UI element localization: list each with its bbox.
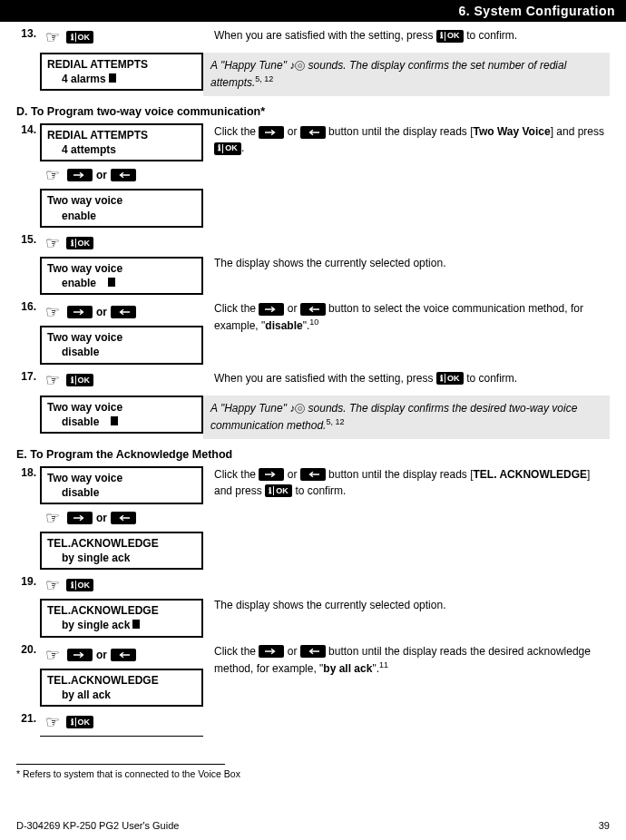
ok-button-icon: ℹOK (436, 30, 464, 43)
cursor-icon (108, 278, 115, 287)
next-button-icon (67, 512, 93, 524)
instruction-text: The display shows the currently selected… (214, 599, 445, 611)
point-right-icon: ☞ (45, 508, 60, 528)
display-line1: TEL.ACKNOWLEDGE (47, 603, 196, 618)
next-button-icon (259, 468, 284, 481)
instruction-text: to confirm. (466, 29, 517, 42)
lcd-display: TEL.ACKNOWLEDGE by single ack (40, 599, 203, 637)
step-number: 14. (16, 123, 40, 136)
lcd-display: Two way voice disable (40, 466, 203, 504)
ok-button-icon: ℹOK (66, 716, 93, 728)
step-number: 15. (16, 233, 40, 246)
back-button-icon (111, 649, 136, 661)
note-box: A "Happy Tune" ♪☺ sounds. The display co… (203, 53, 610, 96)
lcd-display: Two way voice disable (40, 326, 203, 364)
lcd-display: Two way voice enable (40, 257, 203, 295)
instruction-text: When you are satisfied with the setting,… (214, 29, 436, 42)
lcd-display: TEL.ACKNOWLEDGE by all ack (40, 669, 203, 707)
step-number: 13. (16, 27, 40, 40)
footnote-text: * Refers to system that is connected to … (0, 768, 626, 779)
lcd-display: REDIAL ATTEMPTS 4 attempts (40, 123, 203, 161)
or-text: or (96, 512, 107, 524)
display-line2: 4 alarms (62, 73, 106, 85)
ok-button-icon: ℹOK (66, 374, 93, 386)
point-right-icon: ☞ (45, 234, 60, 252)
or-text: or (96, 306, 107, 318)
display-line1: Two way voice (47, 330, 196, 345)
page-footer: D-304269 KP-250 PG2 User's Guide 39 (0, 820, 626, 831)
chapter-title: 6. System Configuration (458, 4, 615, 18)
cursor-icon (109, 73, 116, 83)
display-line1: REDIAL ATTEMPTS (47, 128, 196, 142)
display-line1: REDIAL ATTEMPTS (47, 57, 196, 72)
instruction-text: When you are satisfied with the setting,… (214, 372, 436, 385)
display-line2: by single ack (62, 619, 130, 631)
next-button-icon (67, 306, 93, 318)
display-line2: disable (62, 415, 99, 428)
next-button-icon (259, 126, 284, 139)
step-number: 18. (16, 466, 40, 479)
point-right-icon: ☞ (45, 371, 60, 389)
ok-button-icon: ℹOK (436, 372, 464, 385)
back-button-icon (111, 512, 136, 524)
display-line2: enable (47, 209, 196, 223)
back-button-icon (300, 303, 326, 316)
display-line2: 4 attempts (47, 142, 196, 157)
instruction-text: Click the (214, 302, 259, 315)
lcd-display: Two way voice enable (40, 189, 203, 227)
footnote-divider (16, 764, 225, 765)
cursor-icon (132, 620, 140, 629)
step-number: 16. (16, 300, 40, 313)
lcd-display: Two way voice disable (40, 396, 203, 434)
next-button-icon (259, 645, 284, 658)
instruction-text: Click the (214, 468, 259, 481)
footer-guide-label: D-304269 KP-250 PG2 User's Guide (16, 820, 179, 831)
point-right-icon: ☞ (45, 576, 60, 594)
instruction-text: Click the (214, 645, 259, 658)
back-button-icon (111, 306, 136, 318)
footer-page-number: 39 (599, 820, 610, 831)
back-button-icon (111, 169, 136, 181)
display-line1: Two way voice (47, 471, 196, 485)
instruction-text: The display shows the currently selected… (214, 257, 445, 269)
point-right-icon: ☞ (45, 165, 60, 185)
point-right-icon: ☞ (45, 302, 60, 322)
smiley-icon: ☺ (295, 404, 305, 414)
section-heading: D. To Program two-way voice communicatio… (16, 105, 610, 118)
point-right-icon: ☞ (45, 645, 60, 665)
back-button-icon (300, 126, 326, 139)
ok-button-icon: ℹOK (66, 579, 93, 591)
display-line1: TEL.ACKNOWLEDGE (47, 673, 196, 688)
step-number: 17. (16, 370, 40, 383)
next-button-icon (67, 169, 93, 181)
display-line2: disable (47, 345, 196, 359)
step-number: 21. (16, 712, 40, 725)
smiley-icon: ☺ (295, 61, 305, 71)
note-box: A "Happy Tune" ♪☺ sounds. The display co… (203, 396, 610, 439)
step-number: 20. (16, 643, 40, 656)
lcd-display: REDIAL ATTEMPTS 4 alarms (40, 53, 203, 91)
display-line2: by all ack (47, 688, 196, 702)
next-button-icon (259, 303, 284, 316)
point-right-icon: ☞ (45, 28, 60, 46)
step-number: 19. (16, 575, 40, 588)
display-line2: disable (47, 485, 196, 500)
display-line2: by single ack (47, 551, 196, 565)
ok-button-icon: ℹOK (66, 31, 93, 44)
display-line1: Two way voice (47, 261, 196, 276)
display-line1: Two way voice (47, 400, 196, 415)
back-button-icon (300, 645, 326, 658)
lcd-display: TEL.ACKNOWLEDGE by single ack (40, 532, 203, 570)
display-line1: Two way voice (47, 193, 196, 208)
next-button-icon (67, 649, 93, 661)
ok-button-icon: ℹOK (66, 237, 93, 249)
cursor-icon (111, 416, 118, 425)
section-heading: E. To Program the Acknowledge Method (16, 448, 610, 461)
page-content: 13. ☞ ℹOK When you are satisfied with th… (0, 22, 626, 737)
instruction-text: Click the (214, 125, 259, 138)
or-text: or (96, 649, 107, 661)
ok-button-icon: ℹOK (214, 142, 241, 155)
display-line2: enable (62, 277, 96, 289)
or-text: or (96, 169, 107, 181)
ok-button-icon: ℹOK (265, 484, 292, 497)
